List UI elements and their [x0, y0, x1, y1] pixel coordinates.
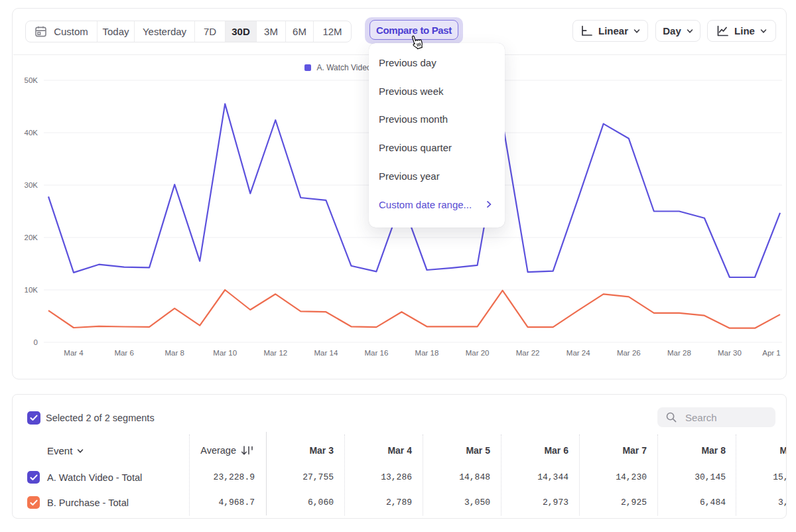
svg-text:Mar 20: Mar 20 — [466, 349, 490, 357]
svg-text:40K: 40K — [25, 129, 38, 137]
svg-text:Apr 1: Apr 1 — [762, 349, 781, 357]
svg-text:Mar 26: Mar 26 — [617, 349, 641, 357]
svg-text:20K: 20K — [25, 233, 38, 241]
svg-text:10K: 10K — [25, 286, 38, 294]
svg-text:50K: 50K — [25, 76, 38, 84]
svg-text:Mar 28: Mar 28 — [667, 349, 691, 357]
svg-text:Mar 6: Mar 6 — [114, 349, 133, 357]
svg-text:Mar 16: Mar 16 — [365, 349, 389, 357]
svg-text:Mar 24: Mar 24 — [566, 349, 590, 357]
svg-text:Mar 30: Mar 30 — [718, 349, 742, 357]
svg-text:Mar 18: Mar 18 — [415, 349, 439, 357]
svg-text:30K: 30K — [25, 181, 38, 189]
svg-text:Mar 22: Mar 22 — [516, 349, 540, 357]
svg-text:Mar 4: Mar 4 — [64, 349, 84, 357]
svg-text:0: 0 — [34, 338, 38, 346]
svg-text:Mar 14: Mar 14 — [314, 349, 338, 357]
svg-text:Mar 10: Mar 10 — [213, 349, 237, 357]
svg-text:Mar 12: Mar 12 — [263, 349, 287, 357]
svg-text:Mar 8: Mar 8 — [165, 349, 184, 357]
